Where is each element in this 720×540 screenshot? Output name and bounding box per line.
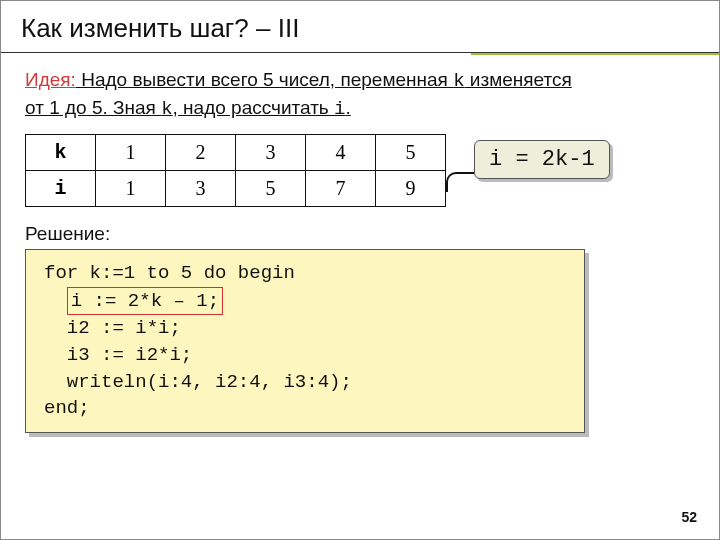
idea-text: Идея: Надо вывести всего 5 чисел, переме…	[25, 67, 695, 122]
table-row: k 1 2 3 4 5	[26, 135, 446, 171]
connector-line	[446, 172, 474, 192]
cell: 5	[376, 135, 446, 171]
cell: 5	[236, 171, 306, 207]
idea-label: Идея:	[25, 69, 76, 90]
cell: 7	[306, 171, 376, 207]
page-title: Как изменить шаг? – III	[21, 13, 699, 44]
idea-line2b: , надо рассчитать	[173, 97, 335, 118]
code-line: for k:=1 to 5 do begin	[44, 260, 570, 287]
code-line: writeln(i:4, i2:4, i3:4);	[44, 369, 570, 396]
table-and-formula: k 1 2 3 4 5 i 1 3 5 7 9 i = 2k-1	[25, 134, 695, 207]
idea-line1b: изменяется	[465, 69, 572, 90]
idea-line1a: Надо вывести всего 5 чисел, переменная	[76, 69, 453, 90]
idea-var-i: i	[334, 98, 345, 120]
code-line: i3 := i2*i;	[44, 342, 570, 369]
cell: 3	[236, 135, 306, 171]
idea-line2a: от 1 до 5. Зная	[25, 97, 161, 118]
title-bar: Как изменить шаг? – III	[1, 1, 719, 53]
idea-line2c: .	[345, 97, 350, 118]
solution-label: Решение:	[25, 223, 695, 245]
code-block: for k:=1 to 5 do begin i := 2*k – 1; i2 …	[25, 249, 585, 433]
idea-var-k: k	[453, 70, 464, 92]
value-table: k 1 2 3 4 5 i 1 3 5 7 9	[25, 134, 446, 207]
code-line: i2 := i*i;	[44, 315, 570, 342]
cell: 1	[96, 171, 166, 207]
formula-box: i = 2k-1	[474, 140, 610, 179]
row-head-i: i	[26, 171, 96, 207]
table-row: i 1 3 5 7 9	[26, 171, 446, 207]
code-highlight: i := 2*k – 1;	[67, 287, 223, 316]
formula-wrap: i = 2k-1	[474, 140, 610, 179]
cell: 4	[306, 135, 376, 171]
code-line: end;	[44, 395, 570, 422]
cell: 1	[96, 135, 166, 171]
code-line: i := 2*k – 1;	[44, 287, 570, 316]
cell: 3	[166, 171, 236, 207]
content-area: Идея: Надо вывести всего 5 чисел, переме…	[1, 53, 719, 433]
row-head-k: k	[26, 135, 96, 171]
idea-var-k2: k	[161, 98, 172, 120]
cell: 9	[376, 171, 446, 207]
cell: 2	[166, 135, 236, 171]
page-number: 52	[681, 509, 697, 525]
